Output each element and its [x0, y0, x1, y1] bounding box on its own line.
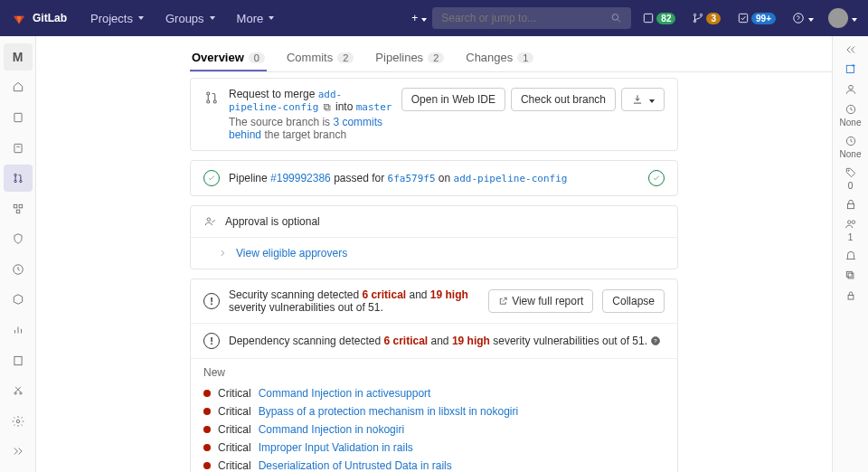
nav-ci[interactable] — [4, 195, 33, 222]
pipeline-id-link[interactable]: #199992386 — [270, 172, 331, 184]
branch-behind-text: The source branch is 3 commits behind th… — [229, 116, 392, 141]
help-icon[interactable]: ? — [650, 335, 661, 347]
svg-rect-8 — [14, 113, 21, 121]
svg-rect-44 — [848, 273, 854, 278]
svg-point-43 — [852, 221, 855, 224]
svg-point-37 — [848, 85, 853, 90]
search-box[interactable] — [432, 7, 631, 29]
download-button[interactable] — [621, 88, 665, 111]
svg-rect-36 — [846, 65, 854, 72]
nav-wiki[interactable] — [4, 347, 33, 374]
tab-changes[interactable]: Changes1 — [464, 43, 535, 71]
vuln-link[interactable]: Command Injection in nokogiri — [259, 423, 404, 436]
nav-home[interactable] — [4, 74, 33, 101]
severity-dot — [203, 408, 211, 415]
svg-point-7 — [794, 14, 804, 24]
svg-rect-6 — [739, 14, 747, 22]
mr-button[interactable]: 3 — [686, 8, 726, 28]
brand-text: GitLab — [33, 12, 67, 24]
tab-overview[interactable]: Overview0 — [190, 43, 267, 71]
project-letter[interactable]: M — [4, 43, 33, 71]
warning-icon: ! — [203, 333, 220, 349]
vuln-link[interactable]: Deserialization of Untrusted Data in rai… — [259, 459, 452, 472]
svg-rect-45 — [846, 271, 852, 277]
milestone[interactable]: None — [836, 103, 865, 127]
more-menu[interactable]: More — [228, 6, 284, 31]
notifications[interactable] — [836, 250, 865, 262]
nav-packages[interactable] — [4, 287, 33, 314]
user-avatar[interactable] — [828, 8, 848, 28]
svg-rect-41 — [847, 203, 854, 208]
vuln-item[interactable]: Critical Command Injection in nokogiri — [203, 420, 665, 439]
chevron-right-icon[interactable] — [218, 247, 227, 260]
todo-add[interactable] — [836, 63, 865, 76]
mr-icon — [203, 90, 220, 106]
open-web-ide-button[interactable]: Open in Web IDE — [401, 88, 505, 111]
view-full-report-button[interactable]: View full report — [488, 289, 593, 313]
nav-ops[interactable] — [4, 256, 33, 283]
collapse-button[interactable]: Collapse — [602, 289, 665, 313]
nav-settings[interactable] — [4, 408, 33, 435]
help-button[interactable] — [787, 8, 819, 28]
pipeline-text: Pipeline #199992386 passed for 6fa579f5 … — [229, 172, 639, 184]
plus-menu[interactable]: + — [406, 8, 432, 28]
target-branch-link[interactable]: master — [356, 101, 392, 113]
svg-rect-2 — [645, 14, 653, 22]
time[interactable]: None — [836, 135, 865, 159]
svg-point-23 — [19, 392, 21, 394]
vuln-item[interactable]: Critical Command Injection in activesupp… — [203, 384, 665, 402]
issues-button[interactable]: 82 — [637, 8, 681, 28]
todo-icon — [737, 12, 750, 24]
nav-analytics[interactable] — [4, 316, 33, 344]
tab-commits[interactable]: Commits2 — [285, 43, 355, 71]
assignee[interactable] — [836, 83, 865, 96]
vuln-item[interactable]: Critical Improper Input Validation in ra… — [203, 439, 665, 457]
checkout-branch-button[interactable]: Check out branch — [511, 88, 616, 111]
move[interactable] — [836, 289, 865, 302]
vuln-item[interactable]: Critical Deserialization of Untrusted Da… — [203, 457, 665, 472]
labels[interactable]: 0 — [836, 166, 865, 191]
vuln-item[interactable]: Critical Bypass of a protection mechanis… — [203, 402, 665, 420]
svg-point-0 — [612, 14, 618, 21]
nav-collapse[interactable] — [4, 439, 33, 466]
new-label: New — [203, 366, 665, 379]
pipeline-branch-link[interactable]: add-pipeline-config — [454, 173, 568, 184]
nav-issues[interactable] — [4, 135, 33, 162]
tab-pipelines[interactable]: Pipelines2 — [373, 43, 446, 71]
todos-button[interactable]: 99+ — [731, 8, 781, 28]
nav-security[interactable] — [4, 225, 33, 252]
projects-menu[interactable]: Projects — [81, 6, 153, 31]
nav-mrs[interactable] — [4, 165, 33, 192]
svg-point-13 — [19, 180, 21, 182]
pipeline-sha-link[interactable]: 6fa579f5 — [388, 173, 436, 184]
participants[interactable]: 1 — [836, 218, 865, 242]
svg-point-3 — [694, 14, 696, 15]
merge-request-title: Request to merge add-pipeline-config int… — [229, 88, 392, 113]
approval-icon — [203, 215, 216, 228]
search-icon — [610, 12, 622, 24]
tanuki-icon — [11, 10, 27, 26]
reference[interactable] — [836, 269, 865, 282]
svg-point-12 — [14, 180, 15, 182]
external-icon — [498, 295, 508, 307]
collapse-right[interactable] — [836, 43, 865, 56]
svg-rect-9 — [14, 144, 21, 152]
vuln-link[interactable]: Improper Input Validation in rails — [259, 441, 413, 454]
gitlab-logo[interactable]: GitLab — [11, 10, 67, 26]
help-icon — [792, 12, 805, 24]
search-input[interactable] — [441, 12, 610, 24]
severity-dot — [203, 444, 211, 451]
vuln-link[interactable]: Command Injection in activesupport — [259, 387, 431, 400]
copy-icon[interactable] — [322, 102, 333, 113]
vuln-link[interactable]: Bypass of a protection mechanism in libx… — [259, 405, 518, 418]
view-approvers-link[interactable]: View eligible approvers — [236, 247, 347, 260]
security-summary: Security scanning detected 6 critical an… — [229, 288, 479, 314]
lock[interactable] — [836, 198, 865, 211]
nav-snippets[interactable] — [4, 377, 33, 404]
svg-rect-21 — [14, 356, 21, 364]
severity-dot — [203, 462, 211, 469]
svg-rect-16 — [16, 210, 20, 213]
groups-menu[interactable]: Groups — [156, 6, 224, 31]
pipeline-pass-icon[interactable] — [648, 170, 665, 186]
nav-repo[interactable] — [4, 104, 33, 131]
